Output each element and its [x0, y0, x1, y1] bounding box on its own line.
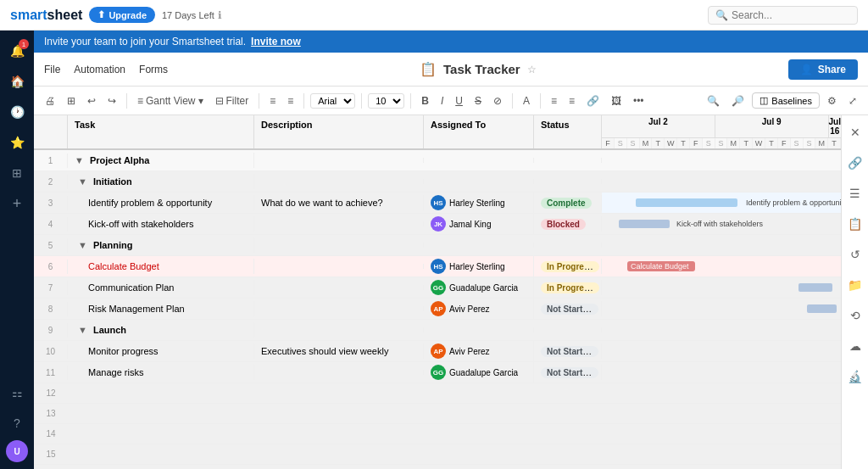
notification-badge: 1	[19, 39, 29, 49]
zoom-out-button[interactable]: 🔍	[703, 93, 724, 109]
align-left-button[interactable]: ≡	[265, 93, 280, 109]
collapse-9[interactable]: ▼	[78, 325, 87, 335]
table-row[interactable]: 12	[34, 383, 841, 404]
underline-button[interactable]: U	[451, 93, 467, 109]
image-button[interactable]: 🖼	[607, 93, 626, 109]
sidebar-item-add[interactable]: +	[3, 190, 31, 217]
table-row[interactable]: 8 Risk Management Plan AP Aviv Perez Not…	[34, 299, 841, 320]
task-cell-10[interactable]: Monitor progress	[68, 343, 254, 359]
task-cell-3[interactable]: Identify problem & opportunity	[68, 195, 254, 210]
invite-link[interactable]: Invite now	[251, 36, 301, 47]
user-avatar[interactable]: U	[6, 440, 28, 462]
row-num-7: 7	[34, 281, 68, 295]
text-color-button[interactable]: A	[519, 93, 534, 109]
sidebar-item-recent[interactable]: 🕐	[3, 98, 31, 126]
collapse-5[interactable]: ▼	[78, 240, 87, 250]
search-box[interactable]: 🔍	[708, 6, 858, 25]
task-cell-5[interactable]: ▼ Planning	[68, 237, 254, 253]
content-area: Invite your team to join your Smartsheet…	[34, 31, 868, 469]
close-panel-icon[interactable]: ✕	[847, 122, 864, 142]
link-panel-icon[interactable]: 🔗	[844, 153, 865, 173]
filter-button[interactable]: ⊟ Filter	[211, 93, 253, 109]
zoom-in-button[interactable]: 🔎	[727, 93, 748, 109]
redo-button[interactable]: ↪	[103, 93, 120, 109]
grid-scroll[interactable]: 1 ▼ Project Alpha 2 ▼ Initiation	[34, 150, 841, 469]
more-button[interactable]: •••	[629, 93, 648, 109]
outdent-button[interactable]: ≡	[565, 93, 579, 109]
day-s2: S	[627, 138, 640, 148]
table-row[interactable]: 13	[34, 404, 841, 424]
day-t2: T	[677, 138, 690, 148]
task-cell-6[interactable]: Calculate Budget	[68, 259, 254, 274]
font-select[interactable]: Arial	[310, 93, 355, 109]
format-button[interactable]: ⊞	[63, 93, 80, 109]
favorite-icon[interactable]: ☆	[527, 64, 537, 75]
format-more-button[interactable]: ⊘	[489, 93, 506, 109]
panel-icon-3[interactable]: 📋	[844, 214, 865, 234]
align-center-button[interactable]: ≡	[283, 93, 298, 109]
task-cell-1[interactable]: ▼ Project Alpha	[68, 153, 254, 168]
indent-button[interactable]: ≡	[547, 93, 561, 109]
panel-icon-7[interactable]: ☁	[846, 336, 865, 356]
trial-info-icon: ℹ	[218, 9, 222, 21]
sidebar-item-home[interactable]: 🏠	[3, 68, 31, 95]
panel-icon-6[interactable]: ⟲	[847, 305, 864, 326]
link-button[interactable]: 🔗	[582, 93, 604, 109]
table-row[interactable]: 14	[34, 424, 841, 444]
gantt-cell-6: Calculate Budget	[602, 256, 841, 276]
table-row[interactable]: 6 Calculate Budget HS Harley Sterling In…	[34, 256, 841, 277]
row-num-10: 10	[34, 344, 68, 359]
strikethrough-button[interactable]: S	[470, 93, 486, 109]
print-button[interactable]: 🖨	[41, 93, 59, 109]
size-select[interactable]: 10	[368, 93, 404, 109]
sidebar-item-favorites[interactable]: ⭐	[3, 129, 31, 156]
sidebar-item-help[interactable]: ?	[3, 410, 31, 437]
fullscreen-button[interactable]: ⤢	[844, 93, 861, 109]
task-cell-7[interactable]: Communication Plan	[68, 280, 254, 295]
undo-button[interactable]: ↩	[83, 93, 100, 109]
assigned-cell-4: JK Jamal King	[424, 214, 534, 234]
task-cell-4[interactable]: Kick-off with stakeholders	[68, 216, 254, 232]
table-row[interactable]: 4 Kick-off with stakeholders JK Jamal Ki…	[34, 214, 841, 235]
share-button[interactable]: 👤 Share	[788, 59, 858, 80]
table-row[interactable]: 7 Communication Plan GG Guadalupe Garcia…	[34, 277, 841, 299]
collapse-2[interactable]: ▼	[78, 176, 87, 187]
table-row[interactable]: 10 Monitor progress Executives should vi…	[34, 341, 841, 362]
search-input[interactable]	[732, 9, 850, 21]
task-cell-11[interactable]: Manage risks	[68, 365, 254, 380]
italic-button[interactable]: I	[437, 93, 448, 109]
gantt-view-chevron: ▾	[198, 95, 203, 107]
table-row[interactable]: 16	[34, 465, 841, 469]
forms-menu-item[interactable]: Forms	[139, 64, 168, 75]
task-cell-2[interactable]: ▼ Initiation	[68, 174, 254, 189]
automation-menu-item[interactable]: Automation	[74, 64, 125, 75]
panel-icon-2[interactable]: ☰	[846, 183, 864, 204]
sidebar-item-apps[interactable]: ⚏	[3, 379, 31, 406]
day-s3: S	[703, 138, 715, 148]
sidebar-item-browse[interactable]: ⊞	[3, 159, 31, 187]
assigned-cell-6: HS Harley Sterling	[424, 256, 534, 276]
upgrade-button[interactable]: ⬆ Upgrade	[89, 7, 155, 23]
baselines-button[interactable]: ◫ Baselines	[752, 92, 820, 109]
collapse-1[interactable]: ▼	[75, 155, 84, 165]
panel-icon-4[interactable]: ↺	[847, 244, 864, 265]
file-menu-item[interactable]: File	[44, 64, 60, 75]
bold-button[interactable]: B	[417, 93, 433, 109]
gantt-view-button[interactable]: ≡ Gantt View ▾	[133, 93, 208, 109]
task-cell-8[interactable]: Risk Management Plan	[68, 301, 254, 316]
row-num-4: 4	[34, 217, 68, 232]
assignee-name-4: Jamal King	[449, 220, 491, 229]
sidebar-item-notifications[interactable]: 🔔 1	[3, 37, 31, 64]
table-row[interactable]: 15	[34, 444, 841, 465]
table-row: 2 ▼ Initiation	[34, 171, 841, 193]
panel-icon-5[interactable]: 📁	[844, 275, 865, 295]
table-row[interactable]: 3 Identify problem & opportunity What do…	[34, 193, 841, 214]
baselines-icon: ◫	[760, 95, 768, 106]
task-cell-9[interactable]: ▼ Launch	[68, 322, 254, 338]
gantt-bar-label-6: Calculate Budget	[631, 262, 689, 271]
table-row[interactable]: 11 Manage risks GG Guadalupe Garcia Not …	[34, 362, 841, 383]
assigned-cell-1	[424, 158, 534, 163]
panel-icon-8[interactable]: 🔬	[844, 366, 865, 387]
assigned-cell-10: AP Aviv Perez	[424, 341, 534, 361]
settings-button[interactable]: ⚙	[823, 93, 841, 109]
